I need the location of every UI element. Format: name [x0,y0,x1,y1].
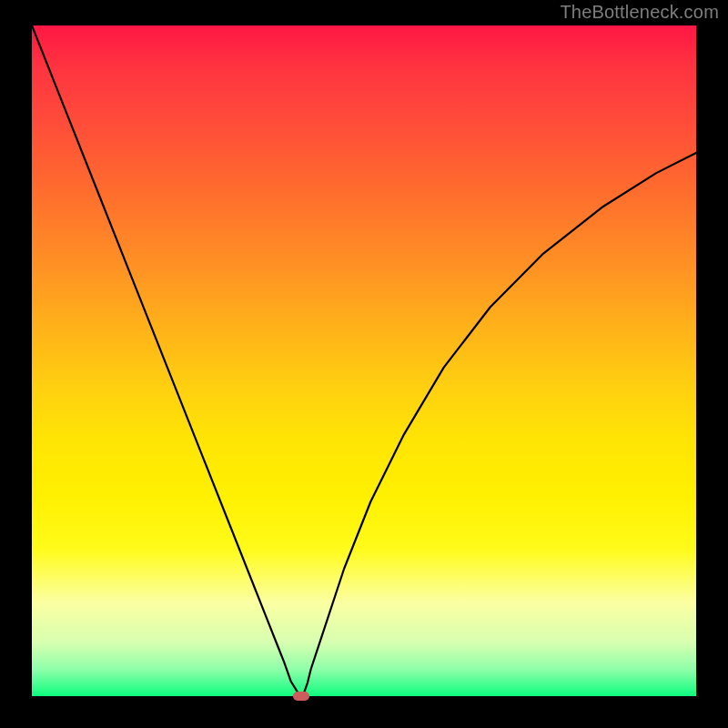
curve-svg [32,25,696,696]
plot-area [32,25,696,696]
attribution-label: TheBottleneck.com [560,2,719,23]
minimum-marker [293,692,309,701]
bottleneck-curve [32,25,696,696]
chart-frame: TheBottleneck.com [0,0,728,728]
